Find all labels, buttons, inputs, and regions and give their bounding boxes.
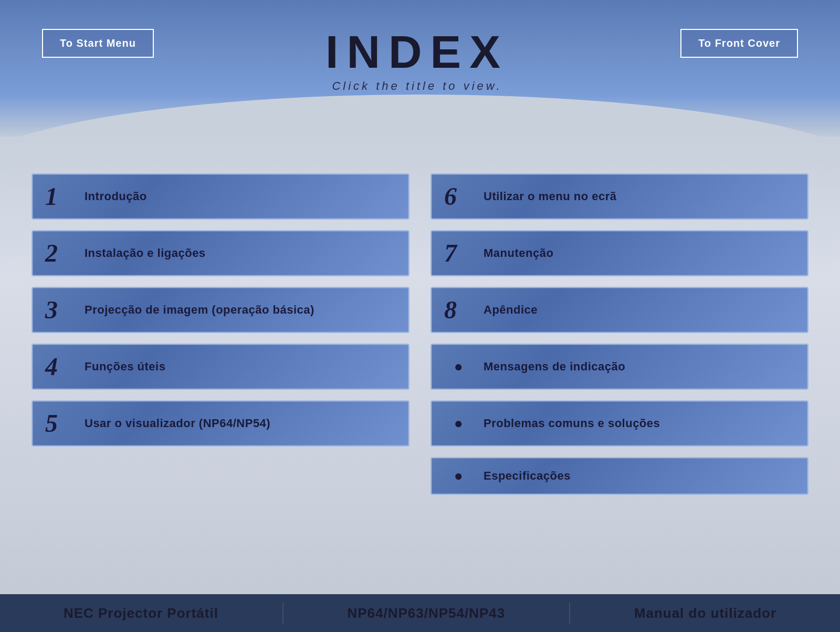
index-title: INDEX — [154, 29, 680, 75]
menu-item-empty — [32, 457, 410, 495]
menu-item-label-4: Funções úteis — [85, 360, 165, 374]
page-wrapper: To Start Menu INDEX Click the title to v… — [0, 0, 840, 632]
menu-item-8[interactable]: 8Apêndice — [430, 287, 808, 333]
to-front-cover-button[interactable]: To Front Cover — [680, 29, 798, 58]
menu-item-number-8: 8 — [444, 297, 473, 323]
menu-item-5[interactable]: 5Usar o visualizador (NP64/NP54) — [32, 400, 410, 447]
header-title-block: INDEX Click the title to view. — [154, 29, 680, 93]
menu-item-bullet2[interactable]: ●Problemas comuns e soluções — [430, 400, 808, 447]
menu-item-bullet1[interactable]: ●Mensagens de indicação — [430, 344, 808, 390]
menu-item-label-2: Instalação e ligações — [85, 246, 206, 260]
menu-item-label-1: Introdução — [85, 190, 147, 203]
menu-item-number-5: 5 — [45, 411, 74, 436]
menu-item-number-bullet2: ● — [444, 416, 473, 431]
menu-item-3[interactable]: 3Projecção de imagem (operação básica) — [32, 287, 410, 333]
header-subtitle: Click the title to view. — [154, 79, 680, 93]
menu-item-number-bullet3: ● — [444, 469, 473, 483]
footer-divider-2 — [569, 603, 570, 624]
menu-grid: 1Introdução6Utilizar o menu no ecrã2Inst… — [32, 173, 808, 495]
footer: NEC Projector Portátil NP64/NP63/NP54/NP… — [0, 594, 840, 632]
menu-item-label-6: Utilizar o menu no ecrã — [484, 190, 617, 203]
menu-item-number-4: 4 — [45, 354, 74, 379]
menu-item-bullet3[interactable]: ●Especificações — [430, 457, 808, 495]
header: To Start Menu INDEX Click the title to v… — [0, 0, 840, 137]
menu-item-label-5: Usar o visualizador (NP64/NP54) — [85, 417, 270, 430]
menu-item-number-7: 7 — [444, 241, 473, 266]
menu-item-label-bullet1: Mensagens de indicação — [484, 360, 625, 374]
menu-item-label-7: Manutenção — [484, 246, 553, 260]
header-inner: To Start Menu INDEX Click the title to v… — [0, 0, 840, 93]
menu-item-7[interactable]: 7Manutenção — [430, 230, 808, 276]
main-content: 1Introdução6Utilizar o menu no ecrã2Inst… — [0, 137, 840, 594]
menu-item-label-bullet3: Especificações — [484, 469, 571, 483]
menu-item-1[interactable]: 1Introdução — [32, 173, 410, 220]
to-start-menu-button[interactable]: To Start Menu — [42, 29, 154, 58]
menu-item-number-3: 3 — [45, 297, 74, 323]
menu-item-number-6: 6 — [444, 184, 473, 209]
menu-item-number-2: 2 — [45, 241, 74, 266]
menu-item-4[interactable]: 4Funções úteis — [32, 344, 410, 390]
menu-item-number-bullet1: ● — [444, 359, 473, 374]
menu-item-label-3: Projecção de imagem (operação básica) — [85, 303, 314, 317]
menu-item-2[interactable]: 2Instalação e ligações — [32, 230, 410, 276]
footer-brand: NEC Projector Portátil — [64, 605, 218, 621]
footer-manual: Manual do utilizador — [634, 605, 776, 621]
menu-item-label-8: Apêndice — [484, 303, 538, 317]
footer-divider-1 — [282, 603, 284, 624]
menu-item-label-bullet2: Problemas comuns e soluções — [484, 417, 660, 430]
footer-model: NP64/NP63/NP54/NP43 — [347, 605, 505, 621]
menu-item-6[interactable]: 6Utilizar o menu no ecrã — [430, 173, 808, 220]
menu-item-number-1: 1 — [45, 184, 74, 209]
